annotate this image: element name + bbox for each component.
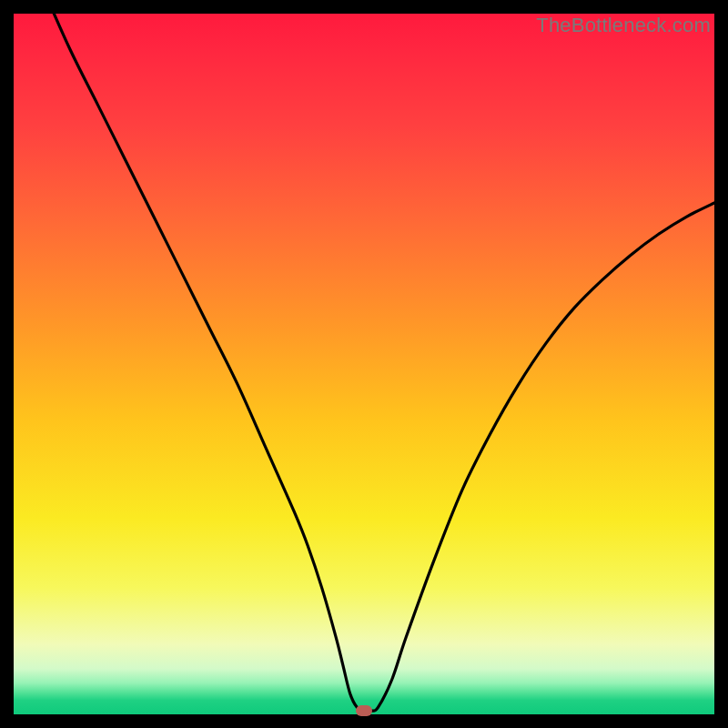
- chart-frame: TheBottleneck.com: [0, 0, 728, 728]
- optimal-point-marker: [356, 705, 372, 716]
- plot-area: TheBottleneck.com: [14, 14, 714, 714]
- bottleneck-curve: [14, 14, 714, 714]
